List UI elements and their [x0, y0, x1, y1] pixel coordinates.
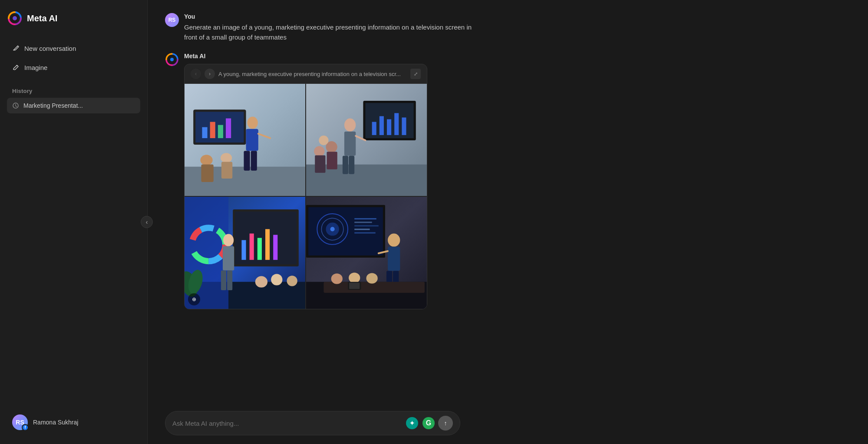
svg-point-5 [170, 58, 174, 61]
input-icons-area: ✦ G ↑ [405, 416, 453, 431]
svg-rect-87 [349, 283, 360, 289]
user-avatar-container: RS f [12, 414, 28, 430]
svg-rect-18 [251, 151, 257, 170]
svg-rect-22 [221, 162, 232, 179]
download-button-3[interactable]: ⊕ [188, 293, 200, 305]
svg-rect-41 [327, 152, 337, 169]
svg-point-77 [388, 234, 400, 247]
logo-area: Meta AI [7, 9, 140, 28]
chat-area: RS You Generate an image of a young, mar… [148, 0, 868, 405]
prev-image-button[interactable]: ‹ [191, 69, 201, 79]
svg-rect-12 [218, 125, 223, 138]
image-card: ‹ › A young, marketing executive present… [184, 64, 427, 309]
svg-rect-51 [273, 235, 277, 260]
svg-point-83 [331, 274, 343, 284]
svg-rect-10 [202, 127, 207, 138]
user-message-text: Generate an image of a young, marketing … [184, 23, 479, 42]
facebook-badge-text: f [25, 425, 26, 430]
svg-rect-36 [349, 156, 354, 174]
next-image-button[interactable]: › [205, 69, 215, 79]
svg-text:G: G [426, 419, 431, 427]
svg-rect-11 [210, 122, 215, 138]
image-cell-3[interactable]: ⊕ [185, 197, 305, 309]
generated-image-2 [306, 84, 427, 196]
history-item-label: Marketing Presentat... [23, 102, 83, 109]
image-grid: ⊕ [185, 84, 427, 309]
generated-image-1 [185, 84, 305, 196]
svg-rect-60 [227, 270, 232, 290]
send-button[interactable]: ↑ [438, 416, 453, 431]
history-label: History [7, 88, 140, 94]
send-icon: ↑ [444, 420, 447, 427]
svg-rect-28 [380, 116, 384, 135]
svg-point-21 [221, 153, 232, 162]
svg-rect-48 [250, 234, 254, 260]
svg-rect-27 [372, 122, 376, 135]
svg-rect-33 [344, 132, 356, 156]
sidebar-actions: New conversation Imagine [7, 40, 140, 76]
user-message-avatar: RS [165, 13, 179, 27]
svg-point-85 [366, 273, 377, 284]
sidebar-collapse-button[interactable]: ‹ [141, 216, 153, 228]
svg-rect-74 [354, 225, 379, 226]
expand-button[interactable]: ⤢ [410, 69, 421, 79]
svg-point-62 [271, 274, 282, 285]
input-bar: ✦ G ↑ [148, 405, 868, 444]
user-message: RS You Generate an image of a young, mar… [165, 13, 851, 42]
history-item-icon [12, 102, 19, 109]
svg-rect-47 [241, 240, 246, 260]
svg-point-37 [314, 146, 324, 156]
svg-point-2 [13, 16, 17, 20]
svg-point-14 [248, 116, 258, 129]
edit-icon [12, 44, 20, 52]
svg-rect-29 [387, 119, 391, 135]
expand-icon: ⤢ [414, 71, 418, 77]
image-cell-1[interactable] [185, 84, 305, 196]
image-prompt-label: A young, marketing executive presenting … [218, 71, 407, 77]
history-item[interactable]: Marketing Presentat... [7, 98, 140, 113]
history-section: History Marketing Presentat... [7, 88, 140, 409]
main-area: RS You Generate an image of a young, mar… [148, 0, 868, 444]
svg-rect-31 [402, 117, 406, 135]
ai-message-content: Meta AI ‹ › A young, marketing executive… [184, 53, 851, 309]
svg-rect-67 [308, 207, 383, 255]
new-conversation-button[interactable]: New conversation [7, 40, 140, 56]
generated-image-4 [306, 197, 427, 309]
ai-message: Meta AI ‹ › A young, marketing executive… [165, 53, 851, 309]
svg-rect-73 [354, 222, 372, 223]
user-name: Ramona Sukhraj [33, 419, 78, 426]
svg-point-32 [344, 118, 356, 131]
user-sender-name: You [184, 13, 851, 20]
svg-rect-15 [246, 129, 258, 151]
svg-rect-76 [354, 232, 376, 233]
svg-rect-35 [343, 156, 348, 174]
google-lens-button[interactable]: G [422, 416, 436, 430]
svg-rect-58 [223, 246, 234, 271]
svg-point-84 [349, 272, 360, 283]
user-avatar-initials: RS [168, 17, 176, 23]
new-conversation-label: New conversation [24, 45, 76, 52]
svg-point-39 [319, 136, 328, 145]
image-cell-4[interactable] [306, 197, 427, 309]
imagine-label: Imagine [24, 64, 47, 71]
next-arrow-icon: › [209, 71, 211, 77]
image-card-header: ‹ › A young, marketing executive present… [185, 64, 427, 84]
pencil-icon [12, 63, 20, 71]
svg-text:✦: ✦ [409, 420, 415, 427]
svg-point-19 [200, 155, 212, 165]
download-icon-3: ⊕ [192, 296, 196, 302]
svg-point-63 [287, 276, 297, 286]
image-cell-2[interactable] [306, 84, 427, 196]
imagine-button[interactable]: Imagine [7, 59, 140, 76]
svg-rect-49 [257, 238, 262, 260]
svg-rect-75 [354, 229, 370, 230]
svg-rect-78 [388, 247, 400, 271]
generated-image-3: ⊕ [185, 197, 305, 309]
svg-rect-20 [201, 165, 213, 182]
chat-input[interactable] [172, 420, 401, 427]
chevron-left-icon: ‹ [146, 219, 148, 225]
svg-rect-17 [244, 151, 250, 170]
user-message-content: You Generate an image of a young, market… [184, 13, 851, 42]
svg-rect-72 [354, 218, 376, 219]
imagine-input-button[interactable]: ✦ [405, 416, 419, 430]
